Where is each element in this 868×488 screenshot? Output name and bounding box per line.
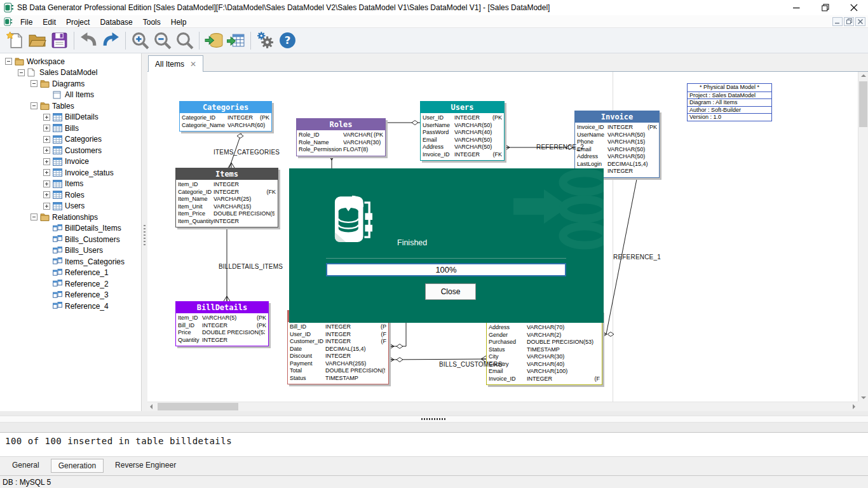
tree-item-diagrams[interactable]: Diagrams: [0, 78, 141, 90]
entity-invoice[interactable]: InvoiceInvoice_IDINTEGER(PKUserNameVARCH…: [574, 111, 660, 178]
menu-file[interactable]: File: [15, 18, 37, 27]
tree-item-reference-3[interactable]: Reference_3: [0, 290, 141, 301]
output-tab-generation[interactable]: Generation: [51, 459, 104, 473]
tree-item-bills[interactable]: Bills: [0, 123, 141, 134]
collapse-icon[interactable]: [5, 58, 12, 65]
zoom-button[interactable]: [173, 30, 196, 51]
horizontal-scrollbar[interactable]: [147, 402, 858, 411]
scroll-left-arrow[interactable]: [150, 404, 153, 409]
tree-item-reference-1[interactable]: Reference_1: [0, 268, 141, 279]
horizontal-splitter[interactable]: [0, 411, 868, 432]
close-button[interactable]: Close: [425, 283, 476, 300]
status-bar: DB : MySQL 5: [0, 475, 868, 488]
tab-close-icon[interactable]: ✕: [190, 60, 196, 68]
expand-icon[interactable]: [43, 136, 50, 143]
tree-item-categories[interactable]: Categories: [0, 134, 141, 146]
entity-column-row: User_IDINTEGER(PK: [423, 114, 502, 122]
expand-icon[interactable]: [43, 114, 50, 121]
expand-icon[interactable]: [43, 169, 50, 176]
new-file-button[interactable]: [4, 30, 26, 51]
collapse-icon[interactable]: [31, 80, 37, 87]
horizontal-scroll-thumb[interactable]: [158, 403, 238, 410]
undo-button[interactable]: [78, 30, 100, 51]
menu-help[interactable]: Help: [166, 18, 192, 27]
entity-column-row: Invoice_IDINTEGER(F: [489, 376, 600, 383]
entity-column-row: EmailVARCHAR(50): [577, 146, 657, 154]
progress-value: 100%: [435, 265, 456, 274]
tree-item-reference-4[interactable]: Reference_4: [0, 301, 141, 312]
entity-users[interactable]: UsersUser_IDINTEGER(PKUserNameVARCHAR(50…: [420, 101, 505, 161]
close-window-button[interactable]: [839, 0, 868, 15]
expand-icon[interactable]: [43, 125, 50, 132]
entity-categories[interactable]: CategoriesCategorie_IDINTEGER(PKCategori…: [179, 101, 272, 132]
collapse-icon[interactable]: [18, 69, 25, 76]
tree-item-reference-2[interactable]: Reference_2: [0, 278, 141, 290]
tree-item-roles[interactable]: Roles: [0, 189, 141, 201]
expand-icon[interactable]: [43, 203, 50, 210]
entity-column-row: DateDECIMAL(15,4): [290, 346, 386, 353]
scroll-right-arrow[interactable]: [853, 404, 855, 409]
column-type: VARCHAR(5): [202, 315, 255, 322]
tree-item-billdetails-items[interactable]: BillDetails_Items: [0, 223, 141, 234]
settings-button[interactable]: [254, 30, 276, 51]
save-button[interactable]: [48, 30, 71, 51]
tree-item-invoice[interactable]: Invoice: [0, 156, 141, 168]
tree-item-items[interactable]: Items: [0, 179, 141, 190]
restore-button[interactable]: [811, 0, 839, 15]
collapse-icon[interactable]: [31, 214, 37, 220]
mdi-close-button[interactable]: [855, 17, 865, 26]
tree-item-bills-users[interactable]: Bills_Users: [0, 245, 141, 257]
column-type: VARCHAR(50): [454, 137, 501, 144]
column-name: Item_ID: [178, 181, 214, 189]
menu-edit[interactable]: Edit: [37, 18, 61, 27]
tab-all-items[interactable]: All Items ✕: [148, 55, 203, 72]
output-tab-reverse-engineer[interactable]: Reverse Engineer: [108, 459, 183, 471]
entity-billdetails[interactable]: BillDetailsItem_IDVARCHAR(5)(PKBill_IDIN…: [175, 301, 269, 346]
entity-items[interactable]: ItemsItem_IDINTEGERCategorie_IDINTEGER(F…: [175, 168, 278, 227]
tree-item-billdetails[interactable]: BillDetails: [0, 112, 141, 123]
splitter-grip[interactable]: [144, 225, 146, 246]
mdi-restore-button[interactable]: [844, 17, 854, 26]
menu-database[interactable]: Database: [95, 18, 137, 27]
tree-item-customers[interactable]: Customers: [0, 145, 141, 156]
help-button[interactable]: ?: [276, 30, 299, 51]
expand-icon[interactable]: [43, 180, 50, 187]
tree-item-label: Customers: [65, 146, 102, 155]
tree-item-relationships[interactable]: Relationships: [0, 212, 141, 223]
column-type: VARCHAR(50): [454, 122, 501, 130]
tree-item-users[interactable]: Users: [0, 201, 141, 212]
tree-item-sales-datamodel[interactable]: Sales DataModel: [0, 67, 141, 79]
menu-tools[interactable]: Tools: [138, 18, 166, 27]
menu-project[interactable]: Project: [61, 18, 95, 27]
entity-column-row: Invoice_IDINTEGER(FK: [423, 151, 502, 159]
splitter-dots[interactable]: [421, 418, 445, 420]
tree-item-tables[interactable]: Tables: [0, 100, 141, 112]
expand-icon[interactable]: [43, 147, 50, 154]
tree-item-workspace[interactable]: Workspace: [0, 56, 141, 67]
scroll-up-arrow[interactable]: [861, 74, 866, 77]
mdi-minimize-button[interactable]: [832, 17, 843, 26]
scroll-down-arrow[interactable]: [861, 396, 866, 399]
entity-roles[interactable]: RolesRole_IDVARCHAR(5)(PKRole_NameVARCHA…: [296, 118, 386, 156]
generate-table-button[interactable]: [225, 30, 247, 51]
tree-item-bills-customers[interactable]: Bills_Customers: [0, 234, 141, 245]
app-icon: [4, 3, 14, 13]
entity-column-row: PassWordVARCHAR(40): [423, 129, 502, 137]
expand-icon[interactable]: [43, 191, 50, 198]
vertical-scrollbar[interactable]: [858, 72, 868, 402]
vertical-scroll-thumb[interactable]: [859, 81, 867, 127]
open-folder-button[interactable]: [26, 30, 48, 51]
minimize-button[interactable]: [782, 0, 811, 15]
vertical-splitter[interactable]: [141, 53, 147, 411]
tree-item-items-categories[interactable]: Items_Categories: [0, 256, 141, 268]
zoom-in-button[interactable]: [129, 30, 151, 51]
expand-icon[interactable]: [43, 158, 50, 165]
column-type: DOUBLE PRECISION(53): [202, 329, 265, 337]
tree-item-invoice-status[interactable]: Invoice_status: [0, 167, 141, 179]
zoom-out-button[interactable]: [151, 30, 173, 51]
generate-database-button[interactable]: [203, 30, 225, 51]
output-tab-general[interactable]: General: [5, 459, 46, 471]
tree-item-all-items[interactable]: All Items: [0, 90, 141, 101]
collapse-icon[interactable]: [31, 102, 37, 109]
redo-button[interactable]: [100, 30, 122, 51]
